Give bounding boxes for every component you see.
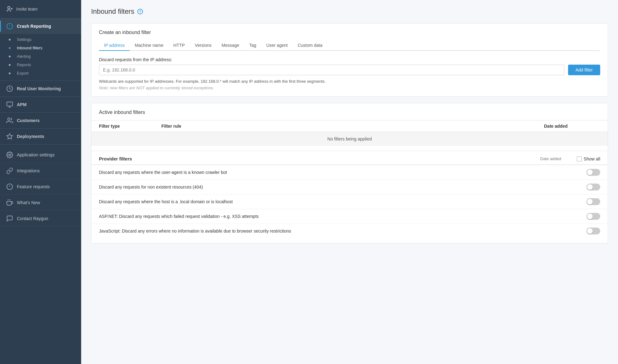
tab-http[interactable]: HTTP	[169, 40, 190, 51]
provider-filter-toggle-3[interactable]	[586, 213, 600, 220]
form-label: Discard requests from the IP address:	[99, 57, 600, 62]
svg-marker-11	[7, 134, 12, 139]
main-content: Inbound filters ? Create an inbound filt…	[81, 0, 618, 364]
sidebar-sub-item-reports[interactable]: Reports	[0, 61, 81, 69]
sidebar-sub-item-settings[interactable]: Settings	[0, 35, 81, 44]
active-filters-title: Active inbound filters	[99, 110, 600, 115]
provider-filter-toggle-0[interactable]	[586, 169, 600, 176]
active-filters-table-header: Filter type Filter rule Date added	[91, 121, 608, 132]
sidebar-item-apm[interactable]: APM	[0, 97, 81, 112]
sidebar-section-rum: Real User Monitoring	[0, 81, 81, 97]
tab-custom-data[interactable]: Custom data	[293, 40, 327, 51]
filter-type-tabs: IP address Machine name HTTP Versions Me…	[99, 40, 600, 51]
note-text: Note: new filters are NOT applied to cur…	[99, 86, 600, 90]
sidebar-item-integrations[interactable]: Integrations	[0, 163, 81, 179]
sidebar: Invite team Crash Reporting Settings	[0, 0, 81, 364]
sidebar-item-feature-requests[interactable]: Feature requests	[0, 179, 81, 195]
svg-point-0	[8, 7, 10, 9]
provider-filter-row-3: ASP.NET: Discard any requests which fail…	[91, 209, 608, 224]
provider-filter-toggle-1[interactable]	[586, 184, 600, 190]
svg-rect-7	[7, 102, 12, 106]
tab-message[interactable]: Message	[217, 40, 244, 51]
provider-date-added-col: Date added	[540, 156, 561, 161]
sidebar-item-whats-new[interactable]: What's New	[0, 195, 81, 211]
provider-filters-header-right: Date added Show all	[540, 156, 600, 161]
tab-user-agent[interactable]: User agent	[261, 40, 292, 51]
sidebar-item-real-user-monitoring[interactable]: Real User Monitoring	[0, 81, 81, 96]
sidebar-sub-item-inbound-filters[interactable]: Inbound filters	[0, 44, 81, 52]
show-all-checkbox[interactable]	[577, 156, 582, 161]
provider-filters-title: Provider filters	[99, 156, 132, 161]
tab-tag[interactable]: Tag	[244, 40, 262, 51]
col-filter-type: Filter type	[99, 124, 161, 129]
sidebar-item-deployments[interactable]: Deployments	[0, 129, 81, 144]
show-all-label: Show all	[584, 156, 600, 161]
sidebar-section-apm: APM	[0, 97, 81, 113]
svg-point-10	[8, 118, 10, 120]
help-icon[interactable]: ?	[137, 9, 143, 14]
sidebar-item-application-settings[interactable]: Application settings	[0, 147, 81, 163]
col-filter-rule: Filter rule	[161, 124, 544, 129]
sidebar-section-deployments: Deployments	[0, 129, 81, 145]
tab-versions[interactable]: Versions	[190, 40, 217, 51]
provider-filter-toggle-2[interactable]	[586, 198, 600, 205]
invite-team-button[interactable]: Invite team	[6, 6, 75, 12]
add-filter-form: Add filter	[99, 65, 600, 75]
provider-filter-row-4: JavaScript: Discard any errors where no …	[91, 224, 608, 238]
tab-ip-address[interactable]: IP address	[99, 40, 130, 51]
sidebar-sub-item-alerting[interactable]: Alerting	[0, 52, 81, 61]
wildcard-info: Wildcards are supported for IP addresses…	[99, 79, 600, 84]
no-filters-message: No filters being applied	[91, 132, 608, 146]
add-filter-button[interactable]: Add filter	[568, 65, 600, 75]
sidebar-item-crash-reporting[interactable]: Crash Reporting	[0, 18, 81, 34]
sidebar-section-customers: Customers	[0, 113, 81, 129]
crash-reporting-sub-items: Settings Inbound filters Alerting Report…	[0, 34, 81, 81]
page-title: Inbound filters	[91, 7, 134, 16]
ip-address-input[interactable]	[99, 65, 564, 75]
tab-machine-name[interactable]: Machine name	[130, 40, 169, 51]
create-filter-title: Create an inbound filter	[99, 30, 600, 35]
sidebar-section-crash-reporting: Crash Reporting Settings Inbound filters…	[0, 18, 81, 81]
provider-filter-row-0: Discard any requests where the user-agen…	[91, 165, 608, 180]
provider-filter-row-2: Discard any requests where the host is a…	[91, 194, 608, 209]
col-date-added: Date added	[544, 124, 600, 129]
sidebar-item-contact-raygun[interactable]: Contact Raygun	[0, 211, 81, 227]
page-header: Inbound filters ?	[91, 7, 608, 16]
svg-point-12	[9, 154, 11, 156]
provider-filters-header: Provider filters Date added Show all	[91, 151, 608, 165]
active-filters-card: Active inbound filters Filter type Filte…	[91, 103, 608, 243]
sidebar-item-customers[interactable]: Customers	[0, 113, 81, 128]
provider-filter-toggle-4[interactable]	[586, 228, 600, 234]
provider-filter-row-1: Discard any requests for non existent re…	[91, 180, 608, 194]
sidebar-sub-item-export[interactable]: Export	[0, 69, 81, 77]
create-filter-card: Create an inbound filter IP address Mach…	[91, 23, 608, 97]
